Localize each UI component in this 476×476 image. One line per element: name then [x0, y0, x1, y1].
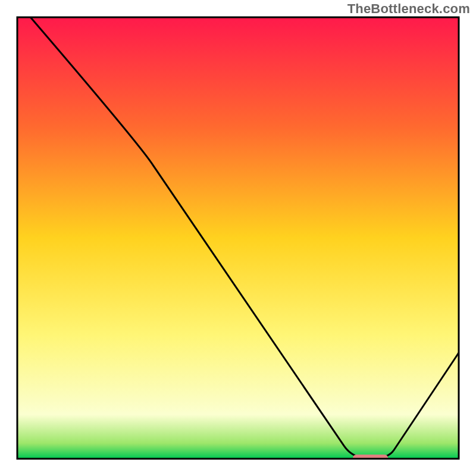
- bottleneck-chart: [0, 0, 476, 476]
- gradient-background: [17, 17, 459, 459]
- chart-container: TheBottleneck.com: [0, 0, 476, 476]
- attribution-label: TheBottleneck.com: [347, 1, 470, 17]
